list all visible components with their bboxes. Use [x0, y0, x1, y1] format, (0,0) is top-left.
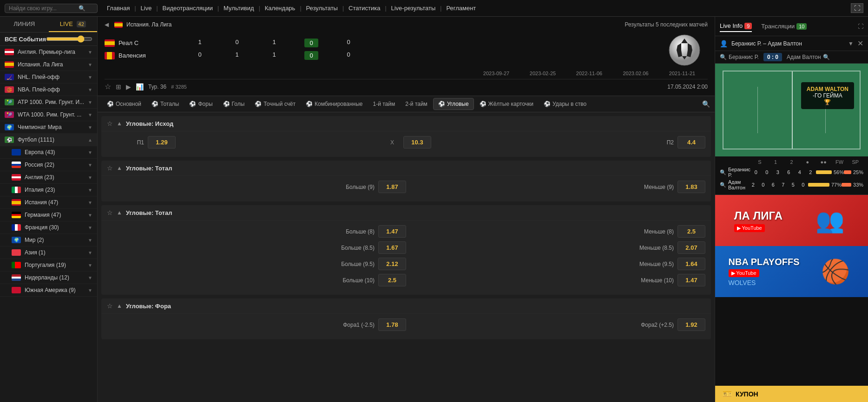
tab-combined[interactable]: ⚽ Комбинированные	[301, 98, 368, 110]
sidebar-item-europe[interactable]: Европа (43) ▼	[0, 146, 97, 159]
nav-home[interactable]: Главная	[107, 5, 130, 12]
sidebar-item-england2[interactable]: Англия (23) ▼	[0, 171, 97, 184]
score-val2: 0	[775, 54, 778, 60]
events-slider[interactable]	[46, 35, 92, 43]
section-star-3[interactable]: ☆	[107, 209, 113, 216]
nav-stats[interactable]: Статистика	[349, 5, 380, 12]
sidebar-label-england: Англия. Премьер-лига	[18, 49, 86, 55]
search-bets-icon[interactable]: 🔍	[702, 100, 710, 108]
nav-results[interactable]: Результаты	[306, 5, 338, 12]
nav-rules[interactable]: Регламент	[446, 5, 476, 12]
bet-button-less8[interactable]: 2.5	[677, 225, 705, 238]
section-corners-total-1: ☆ ▲ Угловые: Тотал Больше (9) 1.87 Меньш…	[101, 161, 711, 201]
section-title-3: Угловые: Тотал	[126, 209, 172, 216]
sidebar-item-world2[interactable]: 🌍 Мир (2) ▼	[0, 234, 97, 246]
sidebar-item-football[interactable]: ⚽ Футбол (1111) ▲	[0, 134, 97, 146]
bet-button-more9[interactable]: 1.87	[378, 181, 406, 193]
match-ball-area	[661, 32, 708, 69]
tab-exact-score[interactable]: ⚽ Точный счёт	[250, 98, 300, 110]
nav-live[interactable]: Live	[141, 5, 152, 12]
section-collapse-3[interactable]: ▲	[117, 209, 122, 216]
section-star-2[interactable]: ☆	[107, 164, 113, 172]
expand-button[interactable]: ⛶	[851, 3, 863, 13]
sidebar-item-spain[interactable]: Испания. Ла Лига ▼	[0, 58, 97, 71]
banner-nba[interactable]: NBA PLAYOFFS ▶ YouTube WOLVES 🏀	[715, 246, 868, 297]
bet-button-more8[interactable]: 1.47	[378, 225, 406, 238]
tab-broadcasts[interactable]: Трансляции 10	[761, 21, 807, 32]
bet-button-x[interactable]: 10.3	[403, 136, 431, 149]
bet-button-more8.5[interactable]: 1.67	[378, 241, 406, 254]
flag-russia	[12, 162, 21, 168]
sidebar-item-nba[interactable]: 🏀 NBA. Плей-офф ▼	[0, 84, 97, 96]
sidebar-item-nhl[interactable]: 🏒 NHL. Плей-офф ▼	[0, 71, 97, 84]
tab-line[interactable]: ЛИНИЯ	[0, 17, 49, 32]
sidebar-item-worldcup[interactable]: 🌍 Чемпионат Мира ▼	[0, 121, 97, 134]
bet-button-more9.5[interactable]: 2.12	[378, 258, 406, 270]
bet-button-less10[interactable]: 1.47	[677, 274, 705, 286]
tab-icon: ⚽	[544, 101, 551, 107]
right-expand-icon[interactable]: ⛶	[858, 23, 863, 30]
tab-osnovnoy[interactable]: ⚽ Основной	[102, 98, 146, 110]
close-match-button[interactable]: ✕	[857, 39, 863, 48]
chart-icon[interactable]: 📊	[136, 83, 144, 91]
bet-button-p2[interactable]: 4.4	[677, 136, 705, 149]
sidebar-label-nhl: NHL. Плей-офф	[18, 74, 86, 80]
sidebar-item-netherlands[interactable]: Нидерланды (12) ▼	[0, 272, 97, 284]
search-box[interactable]: 🔍	[5, 4, 98, 13]
match-date-3: 2022-11-06	[568, 71, 610, 76]
sidebar-item-russia[interactable]: Россия (22) ▼	[0, 159, 97, 171]
flag-italy	[12, 187, 21, 193]
section-collapse-4[interactable]: ▲	[117, 303, 122, 309]
match-select-label: Беранкис Р. – Адам Валтон	[731, 40, 844, 47]
sidebar-item-germany[interactable]: Германия (47) ▼	[0, 209, 97, 221]
favorite-icon[interactable]: ☆	[105, 82, 111, 91]
nav-calendar[interactable]: Календарь	[265, 5, 296, 12]
section-collapse-1[interactable]: ▲	[117, 120, 122, 127]
bet-button-less9.5[interactable]: 1.64	[677, 258, 705, 270]
match-select-arrow[interactable]: ▼	[848, 40, 854, 47]
sidebar-item-southamerica[interactable]: Южная Америка (9) ▼	[0, 284, 97, 297]
section-title-1: Угловые: Исход	[126, 120, 173, 127]
tab-fory[interactable]: ⚽ Форы	[184, 98, 217, 110]
section-star-4[interactable]: ☆	[107, 302, 113, 310]
sidebar-item-spain2[interactable]: Испания (47) ▼	[0, 196, 97, 209]
banner-nba-content: NBA PLAYOFFS ▶ YouTube WOLVES	[724, 252, 804, 291]
bet-button-p1[interactable]: 1.29	[148, 136, 176, 149]
chevron-down-icon: ▼	[88, 87, 92, 92]
tab-live-info[interactable]: Live Info 9	[720, 20, 752, 32]
tab-second-half[interactable]: 2-й тайм	[401, 98, 432, 110]
bet-button-more10[interactable]: 2.5	[378, 274, 406, 286]
grid-icon[interactable]: ⊞	[116, 83, 121, 91]
tab-yellow-cards[interactable]: ⚽ Жёлтые карточки	[475, 98, 538, 110]
nav-liveresults[interactable]: Live-результаты	[391, 5, 436, 12]
flag-asia	[12, 249, 21, 256]
nav-video[interactable]: Видеотрансляции	[163, 5, 213, 12]
tab-totaly[interactable]: ⚽ Тоталы	[147, 98, 184, 110]
banner-laliga[interactable]: ЛА ЛИГА ▶ YouTube 👥	[715, 195, 868, 246]
tab-shots-on-target[interactable]: ⚽ Удары в ство	[539, 98, 591, 110]
sidebar-item-italy[interactable]: Италия (23) ▼	[0, 184, 97, 196]
nav-multi[interactable]: Мультивид	[224, 5, 254, 12]
back-button[interactable]: ◀	[105, 21, 109, 28]
search-input[interactable]	[9, 5, 79, 12]
tab-goly[interactable]: ⚽ Голы	[218, 98, 250, 110]
stream-icon[interactable]: ▶	[126, 83, 131, 91]
sidebar-item-portugal[interactable]: Португалия (19) ▼	[0, 259, 97, 272]
coupon-bar[interactable]: 🎫 КУПОН	[715, 386, 868, 402]
tab-first-half[interactable]: 1-й тайм	[368, 98, 400, 110]
bet-button-fora2[interactable]: 1.92	[677, 318, 705, 331]
section-star-1[interactable]: ☆	[107, 120, 113, 127]
bet-button-fora1[interactable]: 1.78	[378, 318, 406, 331]
sidebar-item-france[interactable]: Франция (30) ▼	[0, 221, 97, 234]
sidebar-item-england[interactable]: Англия. Премьер-лига ▼	[0, 46, 97, 58]
bet-button-less9[interactable]: 1.83	[677, 181, 705, 193]
tab-corners[interactable]: ⚽ Угловые	[433, 98, 474, 110]
tab-live[interactable]: LIVE 42	[49, 17, 98, 32]
sidebar-item-asia[interactable]: Азия (1) ▼	[0, 246, 97, 259]
stats-header: S 1 2 ● ●● FW SP	[720, 159, 863, 165]
bet-button-less8.5[interactable]: 2.07	[677, 241, 705, 254]
section-collapse-2[interactable]: ▲	[117, 165, 122, 171]
match-date-1: 2023-09-27	[475, 71, 517, 76]
sidebar-item-atp[interactable]: 🎾 ATP 1000. Рим. Грунт. И... ▼	[0, 96, 97, 109]
sidebar-item-wta[interactable]: 🎾 WTA 1000. Рим. Грунт. ... ▼	[0, 109, 97, 121]
